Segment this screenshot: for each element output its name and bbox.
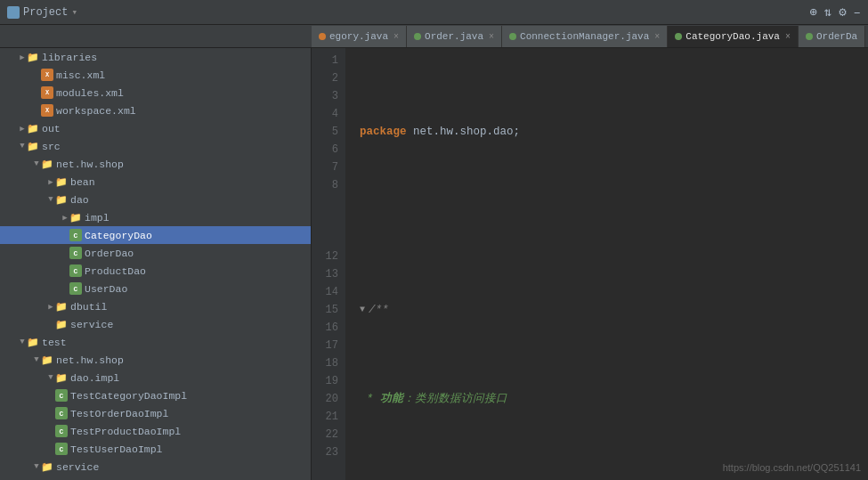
code-area: 1 2 3 4 5 6 7 8 12 13 14 15 16 17 18 19 … bbox=[312, 48, 868, 480]
sidebar-item-net-hw-shop-test[interactable]: ▼ 📁 net.hw.shop bbox=[0, 351, 311, 369]
label-dao-impl-test: dao.impl bbox=[70, 372, 119, 384]
xml-icon-misc: X bbox=[41, 69, 53, 81]
sidebar-item-test[interactable]: ▼ 📁 test bbox=[0, 333, 311, 351]
sidebar-item-service-src[interactable]: 📁 service bbox=[0, 315, 311, 333]
label-testorderdaoimpl: TestOrderDaoImpl bbox=[70, 408, 168, 419]
tab-close-category[interactable]: × bbox=[393, 32, 399, 42]
code-line-3: ▼ /** bbox=[360, 301, 868, 319]
package-name: net.hw.shop.dao; bbox=[407, 123, 521, 141]
tab-connectionmanager[interactable]: ConnectionManager.java × bbox=[502, 26, 668, 47]
label-service-test: service bbox=[56, 461, 99, 473]
java-icon-testuserdaoimpl: C bbox=[55, 443, 68, 455]
tab-orderdao[interactable]: OrderDa bbox=[799, 26, 865, 47]
tab-dot-orderdao bbox=[806, 33, 813, 40]
sidebar-item-impl[interactable]: ▶ 📁 impl bbox=[0, 208, 311, 226]
label-dbutil: dbutil bbox=[70, 301, 107, 313]
label-bean: bean bbox=[70, 176, 95, 188]
sidebar-item-net-hw-shop[interactable]: ▼ 📁 net.hw.shop bbox=[0, 155, 311, 173]
sidebar-item-bean[interactable]: ▶ 📁 bean bbox=[0, 173, 311, 191]
watermark: https://blog.csdn.net/QQ251141 bbox=[723, 462, 861, 473]
label-out: out bbox=[42, 123, 61, 134]
arrow-out: ▶ bbox=[18, 124, 27, 134]
java-icon-userdao: C bbox=[69, 282, 82, 295]
tab-category-java[interactable]: egory.java × bbox=[312, 26, 407, 47]
label-net-hw-shop-test: net.hw.shop bbox=[56, 354, 124, 366]
tab-label-orderdao: OrderDa bbox=[816, 31, 857, 42]
sidebar-item-categorydao[interactable]: C CategoryDao bbox=[0, 226, 311, 244]
label-impl: impl bbox=[85, 212, 110, 224]
project-sidebar: ▶ 📁 libraries X misc.xml X modules.xml X… bbox=[0, 48, 312, 480]
folder-icon-dao-impl-test: 📁 bbox=[55, 371, 68, 384]
tab-order-java[interactable]: Order.java × bbox=[407, 26, 502, 47]
sync-icon[interactable]: ⇅ bbox=[824, 4, 831, 20]
sidebar-item-dao[interactable]: ▼ 📁 dao bbox=[0, 191, 311, 208]
title-bar-icons: ⊕ ⇅ ⚙ – bbox=[809, 4, 861, 20]
tab-dot-connmgr bbox=[509, 33, 516, 40]
sidebar-item-userdao[interactable]: C UserDao bbox=[0, 280, 311, 297]
tab-categorydao[interactable]: CategoryDao.java × bbox=[668, 26, 799, 47]
label-service-src: service bbox=[70, 319, 113, 330]
label-src: src bbox=[42, 141, 61, 152]
tab-label-connmgr: ConnectionManager.java bbox=[520, 31, 649, 42]
collapse-icon-3[interactable]: ▼ bbox=[360, 301, 365, 319]
title-label: Project bbox=[23, 6, 68, 19]
title-bar: Project ▾ ⊕ ⇅ ⚙ – bbox=[0, 0, 868, 25]
folder-icon-dbutil: 📁 bbox=[55, 300, 68, 313]
sidebar-item-workspace-xml[interactable]: X workspace.xml bbox=[0, 102, 311, 119]
code-content: package net.hw.shop.dao; ▼ /** * 功能：类别数据… bbox=[345, 48, 868, 480]
keyword-package: package bbox=[360, 123, 407, 141]
folder-icon-dao: 📁 bbox=[55, 193, 68, 206]
sidebar-item-dao-impl-test[interactable]: ▼ 📁 dao.impl bbox=[0, 369, 311, 386]
label-libraries: libraries bbox=[42, 52, 97, 63]
java-icon-testcategorydaoimpl: C bbox=[55, 389, 68, 402]
tab-dot-order bbox=[414, 33, 421, 40]
label-productdao: ProductDao bbox=[85, 265, 146, 277]
code-editor[interactable]: 1 2 3 4 5 6 7 8 12 13 14 15 16 17 18 19 … bbox=[312, 48, 868, 480]
sidebar-item-out[interactable]: ▶ 📁 out bbox=[0, 119, 311, 137]
label-test: test bbox=[42, 337, 67, 348]
arrow-test: ▼ bbox=[18, 338, 27, 346]
sidebar-item-service-test[interactable]: ▼ 📁 service bbox=[0, 458, 311, 476]
settings-icon[interactable]: ⚙ bbox=[839, 4, 846, 20]
label-modules-xml: modules.xml bbox=[56, 87, 124, 99]
add-icon[interactable]: ⊕ bbox=[809, 4, 816, 20]
xml-icon-workspace: X bbox=[41, 104, 53, 117]
arrow-src: ▼ bbox=[18, 142, 27, 151]
label-net-hw-shop: net.hw.shop bbox=[56, 159, 124, 170]
tab-label-categorydao: CategoryDao.java bbox=[685, 31, 780, 42]
sidebar-item-testproductdaoimpl[interactable]: C TestProductDaoImpl bbox=[0, 422, 311, 440]
sidebar-item-dbutil[interactable]: ▶ 📁 dbutil bbox=[0, 297, 311, 315]
java-icon-testproductdaoimpl: C bbox=[55, 425, 68, 437]
folder-icon-src: 📁 bbox=[27, 140, 39, 152]
arrow-net-hw-shop: ▼ bbox=[32, 159, 41, 168]
label-testproductdaoimpl: TestProductDaoImpl bbox=[70, 426, 181, 437]
tab-label-order: Order.java bbox=[425, 31, 483, 42]
minus-icon[interactable]: – bbox=[854, 5, 861, 20]
sidebar-item-testcategorydaoimpl[interactable]: C TestCategoryDaoImpl bbox=[0, 386, 311, 404]
sidebar-item-misc-xml[interactable]: X misc.xml bbox=[0, 66, 311, 84]
sidebar-item-orderdao[interactable]: C OrderDao bbox=[0, 244, 311, 262]
line-numbers: 1 2 3 4 5 6 7 8 12 13 14 15 16 17 18 19 … bbox=[312, 48, 345, 480]
label-dao: dao bbox=[70, 194, 89, 206]
java-icon-orderdao: C bbox=[69, 247, 82, 259]
sidebar-item-testorderdaoimpl[interactable]: C TestOrderDaoImpl bbox=[0, 404, 311, 422]
arrow-dao: ▼ bbox=[46, 195, 55, 204]
tab-close-order[interactable]: × bbox=[489, 32, 494, 42]
main-content: ▶ 📁 libraries X misc.xml X modules.xml X… bbox=[0, 48, 868, 480]
tab-close-connmgr[interactable]: × bbox=[654, 32, 660, 42]
sidebar-item-productdao[interactable]: C ProductDao bbox=[0, 262, 311, 280]
java-icon-productdao: C bbox=[69, 264, 82, 277]
tab-close-categorydao[interactable]: × bbox=[785, 32, 791, 42]
sidebar-item-modules-xml[interactable]: X modules.xml bbox=[0, 84, 311, 102]
dropdown-arrow[interactable]: ▾ bbox=[71, 6, 77, 18]
xml-icon-modules: X bbox=[41, 86, 53, 99]
project-icon bbox=[7, 6, 20, 19]
label-testuserdaoimpl: TestUserDaoImpl bbox=[70, 443, 163, 455]
label-misc-xml: misc.xml bbox=[56, 69, 105, 81]
sidebar-item-testuserdaoimpl[interactable]: C TestUserDaoImpl bbox=[0, 440, 311, 458]
arrow-dbutil: ▶ bbox=[46, 302, 55, 312]
sidebar-item-libraries[interactable]: ▶ 📁 libraries bbox=[0, 48, 311, 66]
code-line-4: * 功能：类别数据访问接口 bbox=[360, 390, 868, 408]
folder-icon-net-hw-shop-test: 📁 bbox=[41, 354, 53, 366]
sidebar-item-src[interactable]: ▼ 📁 src bbox=[0, 137, 311, 155]
